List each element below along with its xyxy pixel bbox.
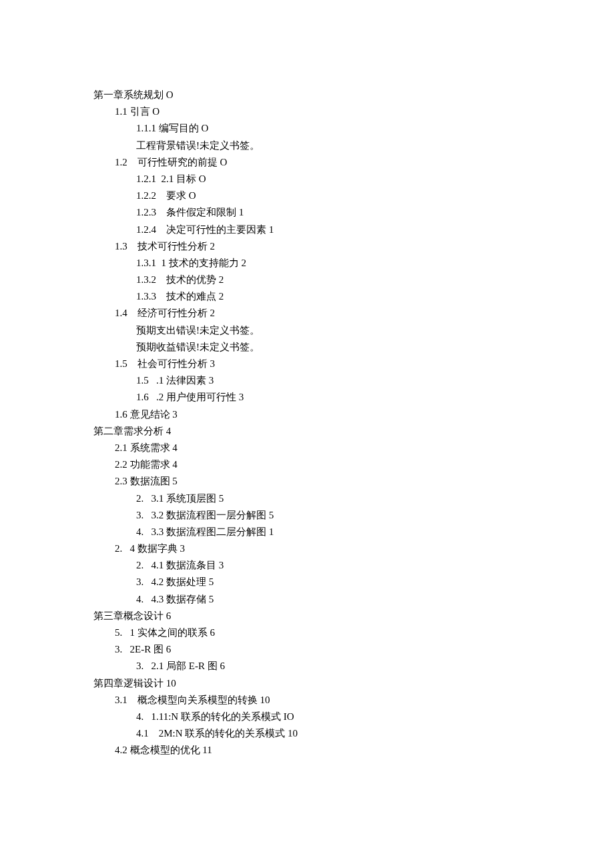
toc-entry: 3. 3.2 数据流程图一层分解图 5: [136, 507, 614, 524]
toc-entry: 1.6 意见结论 3: [115, 406, 614, 423]
toc-entry: 第四章逻辑设计 10: [93, 675, 614, 692]
toc-entry: 工程背景错误!未定义书签。: [136, 137, 614, 154]
toc-entry: 1.5 社会可行性分析 3: [115, 356, 614, 372]
toc-entry: 1.5 .1 法律因素 3: [136, 372, 614, 389]
toc-entry: 预期收益错误!未定义书签。: [136, 339, 614, 356]
toc-entry: 1.1 引言 O: [115, 103, 614, 120]
toc-entry: 2. 3.1 系统顶层图 5: [136, 490, 614, 507]
toc-entry: 3. 2.1 局部 E-R 图 6: [136, 658, 614, 675]
table-of-contents: 第一章系统规划 O1.1 引言 O1.1.1 编写目的 O工程背景错误!未定义书…: [93, 87, 614, 759]
toc-entry: 3. 2E-R 图 6: [115, 641, 614, 658]
toc-entry: 1.3.1 1 技术的支持能力 2: [136, 255, 614, 272]
toc-entry: 4. 1.11:N 联系的转化的关系模式 IO: [136, 709, 614, 725]
toc-entry: 1.2.4 决定可行性的主要因素 1: [136, 222, 614, 238]
toc-entry: 1.3 技术可行性分析 2: [115, 238, 614, 255]
toc-entry: 1.2 可行性研究的前提 O: [115, 154, 614, 171]
document-page: 第一章系统规划 O1.1 引言 O1.1.1 编写目的 O工程背景错误!未定义书…: [0, 0, 614, 868]
toc-entry: 2. 4 数据字典 3: [115, 540, 614, 557]
toc-entry: 第一章系统规划 O: [93, 87, 614, 103]
toc-entry: 1.3.2 技术的优势 2: [136, 272, 614, 288]
toc-entry: 5. 1 实体之间的联系 6: [115, 624, 614, 641]
toc-entry: 预期支出错误!未定义书签。: [136, 322, 614, 339]
toc-entry: 4.2 概念模型的优化 11: [115, 742, 614, 759]
toc-entry: 1.6 .2 用户使用可行性 3: [136, 389, 614, 406]
toc-entry: 1.3.3 技术的难点 2: [136, 288, 614, 305]
toc-entry: 第二章需求分析 4: [93, 423, 614, 440]
toc-entry: 第三章概念设计 6: [93, 608, 614, 624]
toc-entry: 4.1 2M:N 联系的转化的关系模式 10: [136, 725, 614, 742]
toc-entry: 1.4 经济可行性分析 2: [115, 305, 614, 322]
toc-entry: 1.1.1 编写目的 O: [136, 120, 614, 137]
toc-entry: 4. 4.3 数据存储 5: [136, 591, 614, 608]
toc-entry: 3. 4.2 数据处理 5: [136, 574, 614, 590]
toc-entry: 1.2.3 条件假定和限制 1: [136, 204, 614, 221]
toc-entry: 2. 4.1 数据流条目 3: [136, 557, 614, 574]
toc-entry: 3.1 概念模型向关系模型的转换 10: [115, 692, 614, 709]
toc-entry: 4. 3.3 数据流程图二层分解图 1: [136, 524, 614, 540]
toc-entry: 2.2 功能需求 4: [115, 456, 614, 473]
toc-entry: 1.2.1 2.1 目标 O: [136, 171, 614, 187]
toc-entry: 2.1 系统需求 4: [115, 440, 614, 456]
toc-entry: 2.3 数据流图 5: [115, 473, 614, 490]
toc-entry: 1.2.2 要求 O: [136, 187, 614, 204]
